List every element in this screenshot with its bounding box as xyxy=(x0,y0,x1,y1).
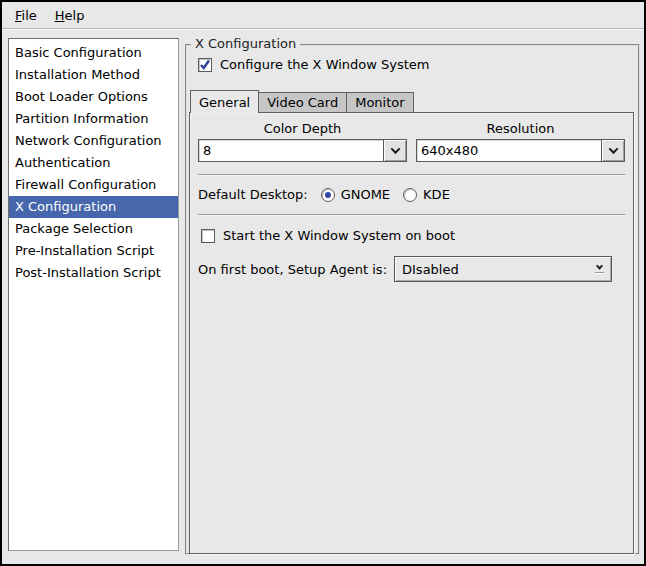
chevron-down-icon xyxy=(390,144,400,154)
radio-kde-label: KDE xyxy=(423,187,450,202)
sidebar-item-network-configuration[interactable]: Network Configuration xyxy=(9,130,178,152)
configure-x-row: Configure the X Window System xyxy=(198,57,638,72)
dash-icon xyxy=(595,272,604,274)
menu-file[interactable]: File xyxy=(6,4,46,27)
setup-agent-dropdown[interactable]: DIsabled xyxy=(394,256,612,282)
separator xyxy=(198,214,625,216)
sidebar-item-post-installation-script[interactable]: Post-Installation Script xyxy=(9,262,178,284)
resolution-dropdown-button[interactable] xyxy=(601,140,624,161)
resolution-group: Resolution xyxy=(416,121,625,162)
frame-title: X Configuration xyxy=(191,36,300,51)
sidebar-item-package-selection[interactable]: Package Selection xyxy=(9,218,178,240)
chevron-down-icon xyxy=(595,262,602,269)
color-depth-label: Color Depth xyxy=(198,121,407,136)
configure-x-checkbox[interactable] xyxy=(198,58,212,72)
tab-bar: General Video Card Monitor xyxy=(190,88,638,112)
display-settings-row: Color Depth Resolution xyxy=(198,121,625,162)
x-configuration-frame: X Configuration Configure the X Window S… xyxy=(185,44,640,555)
radio-button-icon xyxy=(403,188,417,202)
color-depth-input[interactable] xyxy=(199,140,383,161)
menubar: File Help xyxy=(2,2,644,29)
setup-agent-row: On first boot, Setup Agent is: DIsabled xyxy=(198,256,625,282)
tab-video-card[interactable]: Video Card xyxy=(258,92,347,112)
tab-general[interactable]: General xyxy=(190,90,259,113)
resolution-combo xyxy=(416,139,625,162)
sidebar-item-pre-installation-script[interactable]: Pre-Installation Script xyxy=(9,240,178,262)
tab-monitor[interactable]: Monitor xyxy=(346,92,413,112)
sidebar-item-x-configuration[interactable]: X Configuration xyxy=(9,196,178,218)
default-desktop-label: Default Desktop: xyxy=(198,187,308,202)
start-x-checkbox[interactable] xyxy=(201,229,215,243)
sidebar-item-basic-configuration[interactable]: Basic Configuration xyxy=(9,42,178,64)
sidebar-item-installation-method[interactable]: Installation Method xyxy=(9,64,178,86)
radio-selected-dot xyxy=(325,192,331,198)
separator xyxy=(198,174,625,176)
checkmark-icon xyxy=(199,59,211,71)
sidebar-item-boot-loader-options[interactable]: Boot Loader Options xyxy=(9,86,178,108)
general-tab-panel: Color Depth Resolution xyxy=(189,112,634,554)
radio-gnome-label: GNOME xyxy=(341,187,390,202)
color-depth-group: Color Depth xyxy=(198,121,407,162)
configure-x-label: Configure the X Window System xyxy=(220,57,430,72)
sidebar-item-authentication[interactable]: Authentication xyxy=(9,152,178,174)
resolution-input[interactable] xyxy=(417,140,601,161)
color-depth-combo xyxy=(198,139,407,162)
default-desktop-row: Default Desktop: GNOME KDE xyxy=(198,187,625,202)
sidebar-item-firewall-configuration[interactable]: Firewall Configuration xyxy=(9,174,178,196)
radio-button-icon xyxy=(321,188,335,202)
start-x-row: Start the X Window System on boot xyxy=(201,228,625,243)
option-menu-arrow-icon xyxy=(587,257,611,281)
kickstart-configurator-window: File Help Basic Configuration Installati… xyxy=(0,0,646,566)
radio-gnome[interactable]: GNOME xyxy=(321,187,390,202)
category-list: Basic Configuration Installation Method … xyxy=(8,38,179,551)
resolution-label: Resolution xyxy=(416,121,625,136)
menu-help[interactable]: Help xyxy=(46,4,94,27)
sidebar-item-partition-information[interactable]: Partition Information xyxy=(9,108,178,130)
color-depth-dropdown-button[interactable] xyxy=(383,140,406,161)
setup-agent-label: On first boot, Setup Agent is: xyxy=(198,262,387,277)
chevron-down-icon xyxy=(608,144,618,154)
start-x-label: Start the X Window System on boot xyxy=(223,228,455,243)
setup-agent-value: DIsabled xyxy=(395,262,587,277)
radio-kde[interactable]: KDE xyxy=(403,187,450,202)
